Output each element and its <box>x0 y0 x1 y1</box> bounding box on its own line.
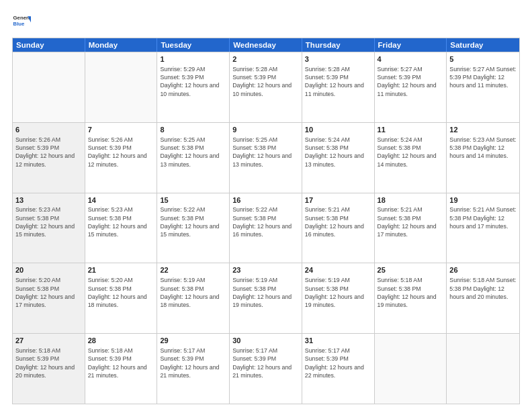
day-info: Sunrise: 5:29 AM Sunset: 5:39 PM Dayligh… <box>160 65 226 98</box>
cal-day-22: 22Sunrise: 5:19 AM Sunset: 5:38 PM Dayli… <box>157 263 230 333</box>
cal-day-6: 6Sunrise: 5:26 AM Sunset: 5:39 PM Daylig… <box>13 123 85 193</box>
day-info: Sunrise: 5:24 AM Sunset: 5:38 PM Dayligh… <box>378 136 444 169</box>
day-number: 21 <box>88 265 154 275</box>
day-info: Sunrise: 5:22 AM Sunset: 5:38 PM Dayligh… <box>160 205 226 238</box>
day-number: 3 <box>305 54 371 64</box>
day-info: Sunrise: 5:24 AM Sunset: 5:38 PM Dayligh… <box>305 136 371 169</box>
col-header-saturday: Saturday <box>447 38 519 52</box>
day-number: 2 <box>232 54 299 64</box>
cal-day-16: 16Sunrise: 5:22 AM Sunset: 5:38 PM Dayli… <box>230 193 302 263</box>
day-number: 27 <box>15 336 82 346</box>
day-number: 23 <box>232 265 299 275</box>
day-number: 19 <box>449 195 517 205</box>
cal-day-15: 15Sunrise: 5:22 AM Sunset: 5:38 PM Dayli… <box>157 193 230 263</box>
cal-day-18: 18Sunrise: 5:21 AM Sunset: 5:38 PM Dayli… <box>375 193 447 263</box>
day-info: Sunrise: 5:18 AM Sunset: 5:38 PM Dayligh… <box>449 276 517 301</box>
week-row-5: 27Sunrise: 5:18 AM Sunset: 5:39 PM Dayli… <box>13 333 519 404</box>
cal-day-12: 12Sunrise: 5:23 AM Sunset: 5:38 PM Dayli… <box>447 123 519 193</box>
day-info: Sunrise: 5:26 AM Sunset: 5:39 PM Dayligh… <box>88 136 154 169</box>
logo: General Blue <box>12 12 34 31</box>
day-info: Sunrise: 5:17 AM Sunset: 5:39 PM Dayligh… <box>232 347 299 379</box>
cal-day-empty-45 <box>375 334 447 404</box>
cal-day-empty-46 <box>447 334 519 404</box>
day-number: 31 <box>305 336 371 346</box>
col-header-sunday: Sunday <box>13 38 85 52</box>
day-number: 12 <box>449 125 517 135</box>
day-number: 5 <box>449 54 517 64</box>
day-info: Sunrise: 5:27 AM Sunset: 5:39 PM Dayligh… <box>378 65 444 98</box>
day-info: Sunrise: 5:25 AM Sunset: 5:38 PM Dayligh… <box>232 136 299 169</box>
day-number: 9 <box>232 125 299 135</box>
day-info: Sunrise: 5:23 AM Sunset: 5:38 PM Dayligh… <box>449 136 517 161</box>
day-number: 14 <box>88 195 154 205</box>
day-info: Sunrise: 5:26 AM Sunset: 5:39 PM Dayligh… <box>15 136 82 169</box>
day-number: 10 <box>305 125 371 135</box>
day-number: 6 <box>15 125 82 135</box>
day-info: Sunrise: 5:23 AM Sunset: 5:38 PM Dayligh… <box>88 205 154 238</box>
day-info: Sunrise: 5:28 AM Sunset: 5:39 PM Dayligh… <box>232 65 299 98</box>
calendar-header: SundayMondayTuesdayWednesdayThursdayFrid… <box>13 38 519 52</box>
col-header-monday: Monday <box>85 38 158 52</box>
day-number: 11 <box>378 125 444 135</box>
day-number: 28 <box>88 336 154 346</box>
cal-day-empty-01 <box>85 52 158 122</box>
day-number: 15 <box>160 195 226 205</box>
day-info: Sunrise: 5:18 AM Sunset: 5:38 PM Dayligh… <box>378 276 444 309</box>
cal-day-5: 5Sunrise: 5:27 AM Sunset: 5:39 PM Daylig… <box>447 52 519 122</box>
cal-day-13: 13Sunrise: 5:23 AM Sunset: 5:38 PM Dayli… <box>13 193 85 263</box>
cal-day-30: 30Sunrise: 5:17 AM Sunset: 5:39 PM Dayli… <box>230 334 302 404</box>
cal-day-24: 24Sunrise: 5:19 AM Sunset: 5:38 PM Dayli… <box>302 263 375 333</box>
day-info: Sunrise: 5:19 AM Sunset: 5:38 PM Dayligh… <box>305 276 371 309</box>
day-info: Sunrise: 5:20 AM Sunset: 5:38 PM Dayligh… <box>88 276 154 309</box>
week-row-3: 13Sunrise: 5:23 AM Sunset: 5:38 PM Dayli… <box>13 193 519 263</box>
day-info: Sunrise: 5:20 AM Sunset: 5:38 PM Dayligh… <box>15 276 82 309</box>
day-number: 26 <box>449 265 517 275</box>
day-info: Sunrise: 5:19 AM Sunset: 5:38 PM Dayligh… <box>160 276 226 309</box>
cal-day-29: 29Sunrise: 5:17 AM Sunset: 5:39 PM Dayli… <box>157 334 230 404</box>
day-number: 16 <box>232 195 299 205</box>
col-header-thursday: Thursday <box>302 38 375 52</box>
day-number: 7 <box>88 125 154 135</box>
day-info: Sunrise: 5:28 AM Sunset: 5:39 PM Dayligh… <box>305 65 371 98</box>
day-info: Sunrise: 5:27 AM Sunset: 5:39 PM Dayligh… <box>449 65 517 90</box>
day-number: 20 <box>15 265 82 275</box>
week-row-4: 20Sunrise: 5:20 AM Sunset: 5:38 PM Dayli… <box>13 263 519 333</box>
cal-day-1: 1Sunrise: 5:29 AM Sunset: 5:39 PM Daylig… <box>157 52 230 122</box>
day-number: 25 <box>378 265 444 275</box>
cal-day-26: 26Sunrise: 5:18 AM Sunset: 5:38 PM Dayli… <box>447 263 519 333</box>
day-number: 24 <box>305 265 371 275</box>
day-number: 1 <box>160 54 226 64</box>
day-info: Sunrise: 5:17 AM Sunset: 5:39 PM Dayligh… <box>305 347 371 379</box>
calendar: SundayMondayTuesdayWednesdayThursdayFrid… <box>12 38 520 404</box>
day-info: Sunrise: 5:23 AM Sunset: 5:38 PM Dayligh… <box>15 205 82 238</box>
cal-day-7: 7Sunrise: 5:26 AM Sunset: 5:39 PM Daylig… <box>85 123 158 193</box>
week-row-2: 6Sunrise: 5:26 AM Sunset: 5:39 PM Daylig… <box>13 122 519 193</box>
day-number: 13 <box>15 195 82 205</box>
day-info: Sunrise: 5:21 AM Sunset: 5:38 PM Dayligh… <box>305 205 371 238</box>
cal-day-20: 20Sunrise: 5:20 AM Sunset: 5:38 PM Dayli… <box>13 263 85 333</box>
day-info: Sunrise: 5:21 AM Sunset: 5:38 PM Dayligh… <box>449 205 517 230</box>
calendar-body: 1Sunrise: 5:29 AM Sunset: 5:39 PM Daylig… <box>13 52 519 404</box>
svg-text:General: General <box>13 15 31 21</box>
cal-day-8: 8Sunrise: 5:25 AM Sunset: 5:38 PM Daylig… <box>157 123 230 193</box>
day-info: Sunrise: 5:19 AM Sunset: 5:38 PM Dayligh… <box>232 276 299 309</box>
cal-day-10: 10Sunrise: 5:24 AM Sunset: 5:38 PM Dayli… <box>302 123 375 193</box>
cal-day-28: 28Sunrise: 5:18 AM Sunset: 5:39 PM Dayli… <box>85 334 158 404</box>
day-info: Sunrise: 5:21 AM Sunset: 5:38 PM Dayligh… <box>378 205 444 238</box>
cal-day-19: 19Sunrise: 5:21 AM Sunset: 5:38 PM Dayli… <box>447 193 519 263</box>
col-header-friday: Friday <box>375 38 447 52</box>
cal-day-14: 14Sunrise: 5:23 AM Sunset: 5:38 PM Dayli… <box>85 193 158 263</box>
cal-day-31: 31Sunrise: 5:17 AM Sunset: 5:39 PM Dayli… <box>302 334 375 404</box>
col-header-wednesday: Wednesday <box>230 38 302 52</box>
day-number: 29 <box>160 336 226 346</box>
day-info: Sunrise: 5:18 AM Sunset: 5:39 PM Dayligh… <box>15 347 82 379</box>
cal-day-27: 27Sunrise: 5:18 AM Sunset: 5:39 PM Dayli… <box>13 334 85 404</box>
day-number: 30 <box>232 336 299 346</box>
day-info: Sunrise: 5:25 AM Sunset: 5:38 PM Dayligh… <box>160 136 226 169</box>
cal-day-4: 4Sunrise: 5:27 AM Sunset: 5:39 PM Daylig… <box>375 52 447 122</box>
cal-day-11: 11Sunrise: 5:24 AM Sunset: 5:38 PM Dayli… <box>375 123 447 193</box>
day-number: 17 <box>305 195 371 205</box>
col-header-tuesday: Tuesday <box>157 38 230 52</box>
day-number: 22 <box>160 265 226 275</box>
cal-day-3: 3Sunrise: 5:28 AM Sunset: 5:39 PM Daylig… <box>302 52 375 122</box>
